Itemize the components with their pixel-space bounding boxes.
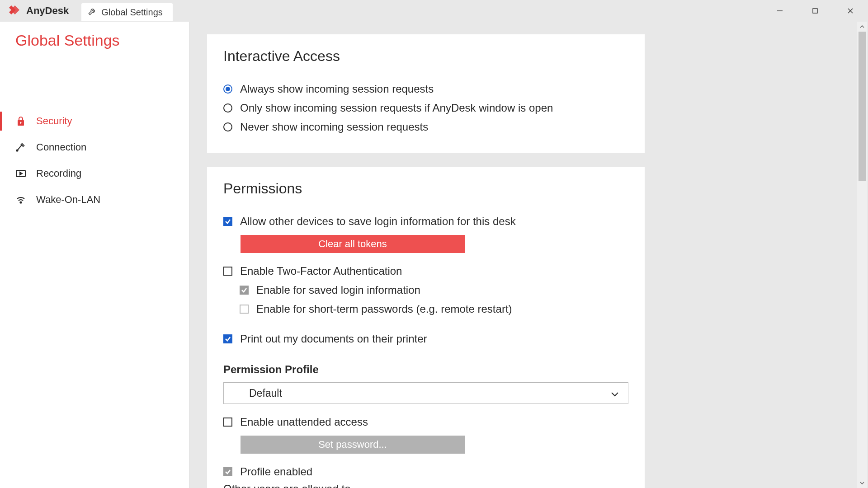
permission-profile-heading: Permission Profile (223, 363, 628, 376)
scroll-up-icon[interactable] (857, 22, 867, 32)
svg-marker-9 (20, 172, 22, 175)
scrollbar-thumb[interactable] (859, 32, 866, 181)
checkbox-icon (223, 334, 232, 343)
allowed-intro-text: Other users are allowed to... (223, 483, 628, 488)
radio-icon (223, 122, 232, 131)
svg-rect-6 (20, 122, 21, 124)
radio-only-window-open[interactable]: Only show incoming session requests if A… (223, 100, 628, 116)
svg-rect-1 (813, 9, 817, 13)
checkbox-icon (240, 286, 249, 295)
titlebar: AnyDesk Global Settings (0, 0, 868, 22)
wifi-icon (15, 195, 26, 204)
svg-point-7 (16, 150, 18, 151)
sidebar-item-label: Connection (36, 141, 86, 153)
radio-always-show[interactable]: Always show incoming session requests (223, 81, 628, 97)
check-print-documents[interactable]: Print out my documents on their printer (223, 331, 628, 347)
maximize-button[interactable] (797, 0, 833, 22)
radio-icon (223, 84, 232, 94)
svg-point-10 (20, 202, 21, 203)
check-label: Enable unattended access (240, 414, 368, 430)
check-allow-save-login[interactable]: Allow other devices to save login inform… (223, 213, 628, 230)
radio-never-show[interactable]: Never show incoming session requests (223, 119, 628, 135)
checkbox-icon (223, 267, 232, 276)
sidebar-item-label: Recording (36, 168, 81, 179)
clear-tokens-button[interactable]: Clear all tokens (241, 235, 465, 253)
check-two-factor-short: Enable for short-term passwords (e.g. re… (240, 301, 628, 317)
select-value: Default (249, 387, 282, 399)
lock-icon (15, 116, 26, 126)
card-title: Interactive Access (223, 48, 628, 65)
check-unattended-access[interactable]: Enable unattended access (223, 414, 628, 430)
main-content: Interactive Access Always show incoming … (190, 22, 868, 488)
check-label: Enable Two-Factor Authentication (240, 263, 402, 279)
sidebar-item-label: Security (36, 115, 72, 127)
minimize-button[interactable] (762, 0, 797, 22)
radio-label: Always show incoming session requests (240, 81, 434, 97)
wrench-icon (88, 7, 97, 18)
window-controls (762, 0, 868, 22)
scroll-down-icon[interactable] (857, 478, 867, 488)
sidebar-item-connection[interactable]: Connection (0, 134, 189, 160)
logo-area: AnyDesk (0, 5, 69, 17)
checkbox-icon (223, 217, 232, 226)
check-two-factor[interactable]: Enable Two-Factor Authentication (223, 263, 628, 279)
card-permissions: Permissions Allow other devices to save … (207, 167, 645, 488)
page-title: Global Settings (0, 32, 189, 49)
check-label: Enable for saved login information (256, 282, 420, 298)
radio-label: Never show incoming session requests (240, 119, 428, 135)
permission-profile-select[interactable]: Default (223, 382, 628, 404)
sidebar-item-recording[interactable]: Recording (0, 160, 189, 187)
tab-label: Global Settings (101, 7, 163, 18)
anydesk-logo-icon (8, 5, 22, 17)
connector-icon (15, 142, 26, 152)
sidebar-item-label: Wake-On-LAN (36, 194, 100, 206)
check-profile-enabled: Profile enabled (223, 464, 628, 480)
app-name: AnyDesk (26, 5, 69, 17)
sidebar-item-wakeonlan[interactable]: Wake-On-LAN (0, 187, 189, 213)
tab-global-settings[interactable]: Global Settings (81, 3, 173, 21)
vertical-scrollbar[interactable] (857, 22, 867, 488)
check-label: Enable for short-term passwords (e.g. re… (256, 301, 512, 317)
checkbox-icon (223, 418, 232, 427)
record-icon (15, 169, 26, 178)
radio-icon (223, 103, 232, 113)
card-title: Permissions (223, 180, 628, 197)
check-label: Print out my documents on their printer (240, 331, 427, 347)
checkbox-icon (223, 467, 232, 476)
close-button[interactable] (833, 0, 868, 22)
check-label: Allow other devices to save login inform… (240, 213, 516, 230)
card-interactive-access: Interactive Access Always show incoming … (207, 34, 645, 153)
sidebar-item-security[interactable]: Security (0, 108, 189, 134)
radio-label: Only show incoming session requests if A… (240, 100, 553, 116)
chevron-down-icon (611, 387, 619, 399)
set-password-button: Set password... (241, 436, 465, 454)
sidebar: Global Settings Security Connection Reco… (0, 22, 190, 488)
checkbox-icon (240, 305, 249, 314)
check-label: Profile enabled (240, 464, 312, 480)
check-two-factor-saved: Enable for saved login information (240, 282, 628, 298)
scrollbar-track[interactable] (857, 32, 867, 478)
